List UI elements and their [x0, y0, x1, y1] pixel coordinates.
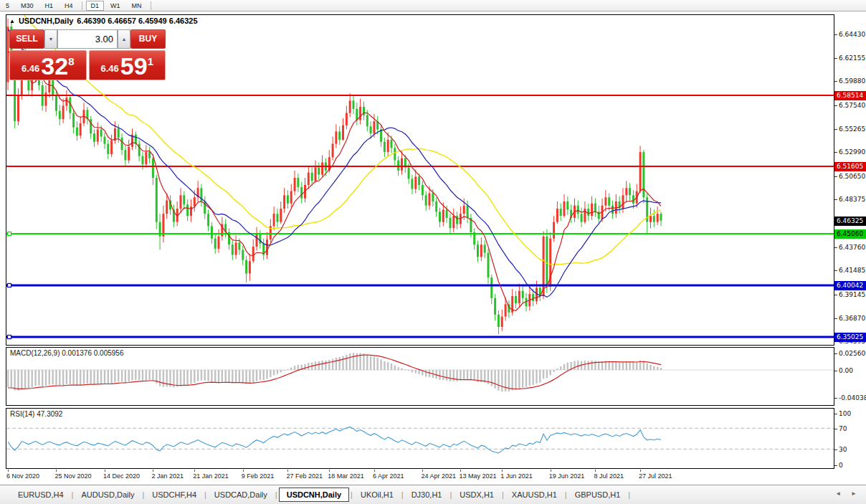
- tab-eurusd-h4[interactable]: EURUSD,H4: [11, 488, 70, 502]
- timeframe-w1[interactable]: W1: [105, 1, 125, 11]
- volume-input[interactable]: 3.00: [57, 29, 118, 49]
- timeframe-d1[interactable]: D1: [86, 1, 105, 11]
- price-tick: 6.59880: [834, 77, 865, 85]
- timeframe-toolbar: 5M30H1H4D1W1MN: [0, 0, 866, 11]
- time-tick: [194, 470, 195, 472]
- time-label: 13 May 2021: [459, 472, 496, 480]
- price-level-badge[interactable]: 6.45060: [834, 229, 866, 239]
- rsi-indicator-panel[interactable]: RSI(14) 47.3092: [6, 408, 834, 469]
- toolbar-separator: [82, 1, 82, 10]
- tab-dj30-h1[interactable]: DJ30,H1: [405, 488, 449, 502]
- main-chart-panel[interactable]: ▲ USDCNH,Daily 6.46390 6.46657 6.45949 6…: [6, 14, 834, 346]
- time-label: 6 Apr 2021: [373, 472, 404, 480]
- price-tick: 6.48375: [834, 196, 865, 203]
- sell-price-sup: 8: [68, 51, 74, 72]
- macd-indicator-panel[interactable]: MACD(12,26,9) 0.001376 0.005956: [6, 347, 834, 406]
- price-level-badge[interactable]: 6.51605: [834, 162, 866, 171]
- price-tick: 6.39145: [834, 291, 865, 298]
- tab-usdx-h1[interactable]: USDX,H1: [453, 488, 500, 502]
- time-tick: [551, 470, 551, 472]
- price-level-badge[interactable]: 6.58514: [834, 91, 866, 100]
- tab-separator: |: [203, 490, 208, 499]
- price-tick: 6.57540: [834, 102, 865, 109]
- time-tick: [595, 470, 596, 472]
- price-tick: 6.55265: [834, 125, 865, 133]
- time-tick: [502, 470, 503, 472]
- time-label: 8 Jul 2021: [594, 472, 624, 480]
- volume-down-button[interactable]: ▼: [44, 29, 57, 49]
- price-tick: 6.50650: [834, 173, 865, 180]
- timeframe-h1[interactable]: H1: [40, 1, 59, 11]
- buy-price-box[interactable]: 6.46 59 1: [89, 50, 166, 80]
- macd-axis-label: -0.040386: [834, 394, 866, 401]
- time-tick: [8, 470, 9, 472]
- tab-usdcnh-daily[interactable]: USDCNH,Daily: [279, 488, 349, 502]
- tab-usdcad-daily[interactable]: USDCAD,Daily: [208, 488, 274, 502]
- mt4-terminal: { "toolbar": { "groups": [["5","M30","H1…: [0, 0, 866, 504]
- buy-price-sup: 1: [148, 51, 153, 72]
- time-label: 2 Jan 2021: [151, 472, 184, 480]
- macd-label: MACD(12,26,9) 0.001376 0.005956: [10, 349, 123, 357]
- tabs-scroll-right-icon[interactable]: ►: [846, 490, 862, 497]
- tabs-scroll-left-icon[interactable]: ◄: [830, 490, 846, 497]
- tab-separator: |: [627, 490, 632, 499]
- price-tick: 6.36870: [834, 315, 865, 322]
- sell-button[interactable]: SELL: [9, 29, 44, 49]
- timeframe-h4[interactable]: H4: [60, 1, 78, 11]
- price-tick: 6.62155: [834, 54, 865, 62]
- price-level-badge[interactable]: 6.35025: [834, 333, 866, 342]
- macd-axis-label: 0.00: [834, 367, 853, 374]
- time-axis: 6 Nov 202025 Nov 202014 Dec 20202 Jan 20…: [6, 470, 834, 484]
- toolbar-separator: [151, 1, 151, 10]
- time-label: 1 Jun 2021: [500, 472, 533, 480]
- time-tick: [329, 470, 330, 472]
- tab-separator: |: [141, 490, 146, 499]
- time-label: 9 Feb 2021: [242, 472, 275, 480]
- time-label: 25 Nov 2020: [54, 472, 91, 480]
- symbol-title: USDCNH,Daily: [19, 16, 73, 25]
- time-tick: [287, 470, 288, 472]
- timeframe-mn[interactable]: MN: [127, 1, 147, 11]
- tab-separator: |: [563, 490, 568, 499]
- macd-chart: [6, 348, 834, 405]
- timeframe-m30[interactable]: M30: [16, 1, 39, 11]
- price-level-badge[interactable]: 6.40042: [834, 281, 866, 290]
- time-label: 27 Jul 2021: [639, 472, 672, 480]
- price-tick: 6.52990: [834, 148, 865, 156]
- tab-ukoil-h1[interactable]: UKOil,H1: [354, 488, 400, 502]
- tab-usdchf-h4[interactable]: USDCHF,H4: [146, 488, 203, 502]
- price-tick: 6.43760: [834, 244, 865, 251]
- tab-separator: |: [70, 490, 75, 499]
- buy-button[interactable]: BUY: [130, 29, 166, 49]
- time-label: 21 Jan 2021: [193, 472, 229, 480]
- rsi-axis-label: 100: [834, 410, 851, 417]
- rsi-label: RSI(14) 47.3092: [10, 410, 62, 418]
- time-tick: [56, 470, 57, 472]
- chart-title: ▲ USDCNH,Daily 6.46390 6.46657 6.45949 6…: [9, 16, 198, 25]
- rsi-chart: [6, 409, 834, 468]
- buy-price-big: 59: [120, 54, 148, 78]
- chart-tab-bar: EURUSD,H4|AUDUSD,Daily|USDCHF,H4|USDCAD,…: [0, 485, 866, 504]
- volume-up-button[interactable]: ▲: [118, 29, 130, 49]
- one-click-trade-panel: SELL ▼ 3.00 ▲ BUY 6.46 32 8 6.46 59 1: [9, 29, 166, 80]
- timeframe-5[interactable]: 5: [1, 1, 14, 11]
- sell-price-prefix: 6.46: [22, 60, 39, 78]
- price-tick: 6.41485: [834, 267, 865, 274]
- time-label: 18 Mar 2021: [328, 472, 364, 480]
- time-label: 19 Jun 2021: [549, 472, 585, 480]
- time-label: 27 Feb 2021: [286, 472, 323, 480]
- tab-xauusd-h1[interactable]: XAUUSD,H1: [505, 488, 563, 502]
- sell-price-box[interactable]: 6.46 32 8: [9, 50, 87, 80]
- rsi-axis-label: 70: [834, 425, 847, 432]
- time-tick: [422, 470, 423, 472]
- price-axis: 6.644306.621556.598806.575406.552656.529…: [834, 14, 866, 480]
- ohlc-values: 6.46390 6.46657 6.45949 6.46325: [77, 16, 197, 25]
- collapse-trade-panel-icon[interactable]: ▲: [9, 18, 15, 24]
- tab-separator: |: [448, 490, 453, 499]
- time-tick: [105, 470, 105, 472]
- rsi-axis-label: 0: [834, 462, 843, 469]
- current-price-badge: 6.46325: [834, 217, 866, 226]
- tab-audusd-daily[interactable]: AUDUSD,Daily: [75, 488, 141, 502]
- sell-price-big: 32: [41, 54, 68, 78]
- tab-gbpusd-h1[interactable]: GBPUSD,H1: [568, 488, 627, 502]
